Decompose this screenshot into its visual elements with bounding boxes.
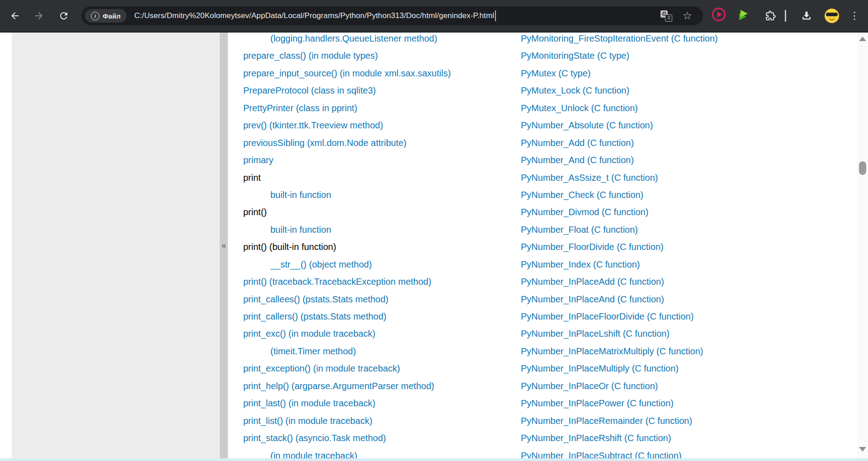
- sphinx-sidebar: [12, 33, 220, 458]
- url-text: C:/Users/Dmitry%20Kolomeytsev/AppData/Lo…: [134, 11, 494, 20]
- index-entry-link[interactable]: print_exc() (in module traceback): [243, 325, 451, 342]
- index-entry-link[interactable]: previousSibling (xml.dom.Node attribute): [243, 134, 451, 151]
- green-triangle-light-icon: [741, 10, 748, 17]
- index-entry-link[interactable]: PyMutex_Lock (C function): [521, 82, 718, 99]
- index-entry-link[interactable]: PyNumber_Add (C function): [521, 134, 718, 151]
- reload-icon: [58, 10, 69, 21]
- index-entry-link[interactable]: PyMonitoringState (C type): [521, 47, 718, 64]
- index-entry-link[interactable]: prepare_class() (in module types): [243, 47, 451, 64]
- index-entry-link[interactable]: print_help() (argparse.ArgumentParser me…: [243, 377, 451, 395]
- sunglasses-emoji-icon: [825, 9, 839, 23]
- index-entry-link[interactable]: built-in function: [243, 186, 451, 203]
- site-info-label: Файл: [103, 12, 121, 20]
- index-entry-link[interactable]: PyNumber_InPlaceMultiply (C function): [521, 360, 718, 377]
- index-entry-link[interactable]: print() (traceback.TracebackException me…: [243, 273, 451, 290]
- index-entry-link[interactable]: print_callees() (pstats.Stats method): [243, 291, 451, 308]
- index-entry-link[interactable]: print_list() (in module traceback): [243, 412, 451, 429]
- index-entry-link[interactable]: print_callers() (pstats.Stats method): [243, 308, 451, 325]
- index-column-left: (logging.handlers.QueueListener method)p…: [243, 30, 451, 461]
- kebab-menu-icon: ⋮: [849, 11, 859, 20]
- index-entry-link[interactable]: print_last() (in module traceback): [243, 395, 451, 412]
- index-entry-text: print(): [243, 203, 451, 221]
- index-entry-link[interactable]: PyNumber_InPlacePower (C function): [521, 395, 718, 412]
- extension-green-icon[interactable]: [738, 8, 750, 22]
- forward-arrow-icon: [33, 10, 44, 21]
- index-entry-link[interactable]: PyNumber_Divmod (C function): [521, 203, 718, 221]
- index-entry-link[interactable]: print_stack() (asyncio.Task method): [243, 429, 451, 447]
- scrollbar-down-button[interactable]: [857, 444, 868, 455]
- reload-button[interactable]: [54, 6, 74, 26]
- index-entry-link[interactable]: PyNumber_InPlaceAnd (C function): [521, 291, 718, 308]
- scrollbar-thumb[interactable]: [859, 161, 866, 175]
- index-entry-link[interactable]: __str__() (object method): [243, 256, 451, 273]
- index-entry-link[interactable]: PyNumber_Float (C function): [521, 221, 718, 238]
- site-info-chip[interactable]: i Файл: [85, 9, 127, 23]
- scrollbar-up-button[interactable]: [857, 33, 868, 44]
- extensions-button[interactable]: [760, 6, 780, 26]
- index-entry-link[interactable]: PyNumber_And (C function): [521, 151, 718, 169]
- index-entry-link[interactable]: PyNumber_Absolute (C function): [521, 117, 718, 134]
- index-entry-link[interactable]: PyMutex_Unlock (C function): [521, 99, 718, 117]
- index-entry-link[interactable]: PyNumber_InPlaceRshift (C function): [521, 429, 718, 447]
- index-entry-text: print: [243, 169, 451, 186]
- index-entry-link[interactable]: print_exception() (in module traceback): [243, 360, 451, 377]
- browser-toolbar: i Файл C:/Users/Dmitry%20Kolomeytsev/App…: [0, 0, 868, 33]
- forward-button[interactable]: [29, 6, 49, 26]
- index-entry-link[interactable]: prepare_input_source() (in module xml.sa…: [243, 65, 451, 82]
- scroll-up-arrow-icon: [859, 37, 866, 41]
- index-entry-link[interactable]: PyNumber_AsSsize_t (C function): [521, 169, 718, 186]
- index-entry-link[interactable]: PyMutex (C type): [521, 65, 718, 82]
- index-entry-link[interactable]: PyNumber_InPlaceOr (C function): [521, 377, 718, 395]
- toolbar-separator: [785, 10, 786, 22]
- back-button[interactable]: [5, 6, 25, 26]
- downloads-button[interactable]: [797, 6, 816, 26]
- browser-menu-button[interactable]: ⋮: [844, 6, 864, 26]
- index-entry-link[interactable]: PyNumber_InPlaceAdd (C function): [521, 273, 718, 290]
- index-entry-link[interactable]: PrepareProtocol (class in sqlite3): [243, 82, 451, 99]
- index-entry-link[interactable]: primary: [243, 151, 451, 169]
- index-entry-link[interactable]: PyNumber_Check (C function): [521, 186, 718, 203]
- index-entry-link[interactable]: PyNumber_InPlaceFloorDivide (C function): [521, 308, 718, 325]
- index-entry-link[interactable]: prev() (tkinter.ttk.Treeview method): [243, 117, 451, 134]
- index-entry-link[interactable]: (timeit.Timer method): [243, 343, 451, 360]
- download-icon: [801, 10, 812, 22]
- translate-icon[interactable]: G 文: [660, 10, 672, 22]
- index-column-right: PyMonitoring_FireStopIterationEvent (C f…: [521, 30, 718, 461]
- collapse-chevrons-icon: «: [222, 241, 226, 250]
- bookmark-star-icon[interactable]: ☆: [682, 10, 692, 21]
- index-entry-link[interactable]: PyNumber_FloorDivide (C function): [521, 238, 718, 255]
- index-entry-text: print() (built-in function): [243, 238, 451, 255]
- profile-avatar[interactable]: [822, 6, 842, 26]
- extension-recorder-icon[interactable]: [712, 8, 726, 21]
- index-entry-link[interactable]: PyNumber_Index (C function): [521, 256, 718, 273]
- index-entry-link[interactable]: PyNumber_InPlaceRemainder (C function): [521, 412, 718, 429]
- back-arrow-icon: [9, 10, 20, 21]
- index-entry-link[interactable]: built-in function: [243, 221, 451, 238]
- play-triangle-icon: [717, 12, 722, 17]
- index-entry-link[interactable]: PyNumber_InPlaceMatrixMultiply (C functi…: [521, 343, 718, 360]
- puzzle-icon: [764, 10, 776, 22]
- text-caret: [495, 10, 496, 21]
- index-entry-link[interactable]: PyNumber_InPlaceLshift (C function): [521, 325, 718, 342]
- bottom-edge-strip: [0, 458, 868, 461]
- scroll-down-arrow-icon: [859, 447, 866, 452]
- genindex-page: « (logging.handlers.QueueListener method…: [0, 33, 868, 461]
- index-entry-link[interactable]: PrettyPrinter (class in pprint): [243, 99, 451, 117]
- info-icon: i: [91, 12, 99, 20]
- sidebar-collapse-handle[interactable]: «: [220, 33, 228, 458]
- address-bar[interactable]: i Файл C:/Users/Dmitry%20Kolomeytsev/App…: [81, 6, 703, 25]
- page-scrollbar[interactable]: [857, 33, 868, 458]
- translate-char-glyph: 文: [665, 14, 672, 22]
